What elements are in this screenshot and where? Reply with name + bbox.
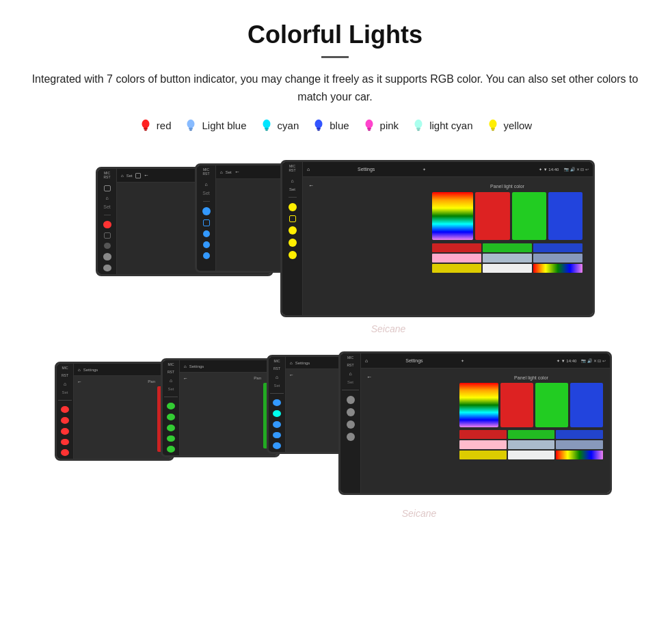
bottom-devices-wrapper: MIC RST ⌂ Set ⌂ Setting: [27, 351, 643, 522]
svg-rect-19: [491, 128, 495, 130]
sidebar-b2: MIC RST ⌂ Set: [163, 360, 180, 455]
svg-rect-10: [317, 128, 321, 130]
watermark-top: Seicane: [371, 323, 406, 334]
svg-point-3: [187, 120, 195, 129]
sidebar-b3: MIC RST ⌂ Set: [269, 357, 286, 452]
bulb-icon-cyan: [259, 118, 274, 133]
svg-rect-14: [368, 130, 371, 131]
title-divider: [321, 56, 349, 58]
color-label-light-cyan: light cyan: [429, 120, 472, 131]
svg-point-6: [263, 120, 270, 129]
svg-point-0: [142, 120, 149, 129]
sidebar-1: MIC RST ⌂ Set: [98, 169, 117, 274]
color-item-red: red: [138, 118, 172, 133]
watermark-bottom: Seicane: [402, 508, 437, 519]
color-label-yellow: yellow: [504, 120, 533, 131]
color-label-light-blue: Light blue: [202, 120, 246, 131]
color-label-pink: pink: [380, 120, 399, 131]
color-item-light-blue: Light blue: [183, 118, 246, 133]
svg-rect-2: [144, 130, 147, 131]
sidebar-2: MIC RST ⌂ Set: [197, 165, 216, 271]
svg-rect-13: [367, 128, 371, 130]
svg-rect-17: [417, 130, 420, 131]
sidebar-b4: MIC RST ⌂ Set: [340, 353, 361, 493]
color-item-yellow: yellow: [485, 118, 533, 133]
bulb-icon-light-blue: [183, 118, 198, 133]
svg-rect-1: [144, 128, 148, 130]
bulb-icon-red: [138, 118, 153, 133]
color-item-cyan: cyan: [259, 118, 299, 133]
page-title: Colorful Lights: [27, 21, 643, 49]
color-label-cyan: cyan: [278, 120, 299, 131]
svg-rect-5: [190, 130, 193, 131]
description-text: Integrated with 7 colors of button indic…: [27, 70, 643, 105]
color-list: red Light blue cyan: [27, 118, 643, 133]
device-top-3: MIC RST ⌂ Set ⌂: [280, 160, 595, 317]
page-container: Colorful Lights Integrated with 7 colors…: [0, 0, 670, 563]
device-bottom-2: MIC RST ⌂ Set ⌂ Setting: [161, 358, 280, 457]
sidebar-3: MIC RST ⌂ Set: [282, 162, 303, 315]
bulb-icon-yellow: [485, 118, 500, 133]
svg-rect-16: [416, 128, 420, 130]
panel-label: Panel light color: [432, 184, 582, 189]
sidebar-b1: MIC RST ⌂ Set: [57, 364, 74, 459]
top-devices-wrapper: MIC RST ⌂ Set: [27, 153, 643, 338]
svg-point-18: [489, 120, 496, 129]
color-item-pink: pink: [362, 118, 399, 133]
color-item-blue: blue: [311, 118, 349, 133]
svg-point-9: [315, 120, 323, 129]
svg-rect-7: [265, 128, 269, 130]
svg-point-12: [365, 120, 373, 129]
svg-rect-4: [189, 128, 193, 130]
device-bottom-1: MIC RST ⌂ Set ⌂ Setting: [55, 362, 174, 461]
svg-point-15: [415, 120, 423, 129]
color-item-light-cyan: light cyan: [411, 118, 472, 133]
svg-rect-11: [317, 130, 320, 131]
bulb-icon-pink: [362, 118, 377, 133]
color-label-blue: blue: [330, 120, 349, 131]
bulb-icon-blue: [311, 118, 326, 133]
device-bottom-4: MIC RST ⌂ Set ⌂ Settings: [338, 351, 612, 495]
svg-rect-20: [492, 130, 494, 131]
panel-label-b4: Panel light color: [459, 375, 603, 380]
bulb-icon-light-cyan: [411, 118, 426, 133]
svg-rect-8: [265, 130, 268, 131]
color-label-red: red: [157, 120, 172, 131]
